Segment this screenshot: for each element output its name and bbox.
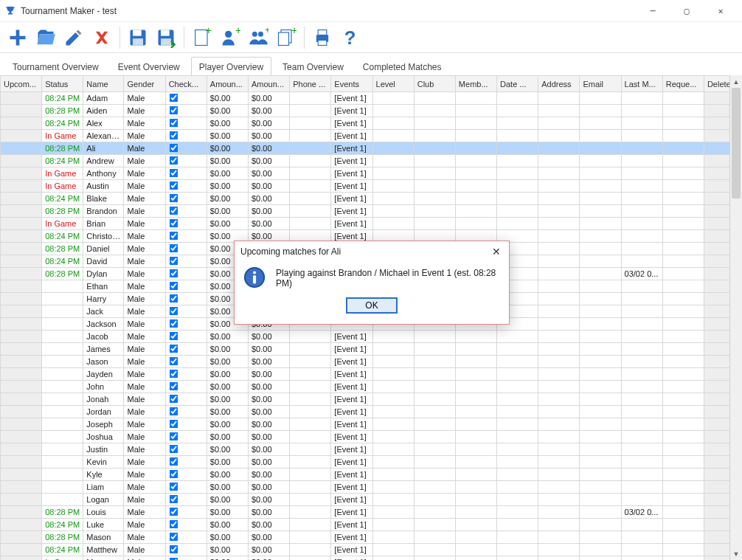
upcoming-cell[interactable] (1, 293, 42, 305)
checked-checkbox[interactable] (169, 331, 178, 340)
upcoming-cell[interactable] (1, 494, 42, 506)
checked-cell[interactable] (165, 218, 207, 230)
edit-button[interactable] (60, 24, 87, 51)
column-header[interactable]: Amoun... (249, 76, 290, 92)
upcoming-cell[interactable] (1, 193, 42, 205)
tab-event-overview[interactable]: Event Overview (110, 57, 188, 77)
column-header[interactable]: Amoun... (207, 76, 248, 92)
upcoming-cell[interactable] (1, 167, 42, 180)
checked-checkbox[interactable] (169, 457, 178, 466)
save-as-button[interactable] (153, 24, 179, 51)
upcoming-cell[interactable] (1, 381, 42, 393)
checked-cell[interactable] (165, 519, 207, 531)
column-header[interactable]: Reque... (662, 76, 704, 92)
table-row[interactable]: In GameAnthonyMale$0.00$0.00[Event 1] (1, 167, 742, 180)
checked-cell[interactable] (165, 205, 207, 218)
upcoming-cell[interactable] (1, 456, 42, 469)
checked-cell[interactable] (165, 280, 207, 293)
checked-cell[interactable] (165, 180, 207, 193)
tab-player-overview[interactable]: Player Overview (191, 57, 271, 77)
upcoming-cell[interactable] (1, 331, 42, 343)
checked-cell[interactable] (165, 531, 207, 544)
table-row[interactable]: 08:24 PMAndrewMale$0.00$0.00[Event 1] (1, 155, 742, 167)
checked-cell[interactable] (165, 255, 207, 268)
table-row[interactable]: JasonMale$0.00$0.00[Event 1] (1, 356, 742, 368)
checked-cell[interactable] (165, 343, 207, 356)
table-row[interactable]: JosephMale$0.00$0.00[Event 1] (1, 418, 742, 431)
table-row[interactable]: JoshuaMale$0.00$0.00[Event 1] (1, 431, 742, 443)
upcoming-cell[interactable] (1, 531, 42, 544)
upcoming-cell[interactable] (1, 368, 42, 381)
minimize-button[interactable]: ─ (636, 0, 670, 22)
table-row[interactable]: 08:28 PMAliMale$0.00$0.00[Event 1] (1, 142, 742, 155)
upcoming-cell[interactable] (1, 356, 42, 368)
upcoming-cell[interactable] (1, 280, 42, 293)
column-header[interactable]: Date ... (497, 76, 538, 92)
checked-cell[interactable] (165, 318, 207, 331)
checked-cell[interactable] (165, 544, 207, 556)
upcoming-cell[interactable] (1, 117, 42, 130)
checked-checkbox[interactable] (169, 369, 178, 378)
checked-checkbox[interactable] (169, 494, 178, 503)
upcoming-cell[interactable] (1, 481, 42, 494)
column-header[interactable]: Check... (165, 76, 207, 92)
upcoming-cell[interactable] (1, 343, 42, 356)
add-player-button[interactable]: + (217, 24, 243, 51)
upcoming-cell[interactable] (1, 305, 42, 318)
checked-checkbox[interactable] (169, 181, 178, 190)
checked-cell[interactable] (165, 155, 207, 167)
checked-cell[interactable] (165, 167, 207, 180)
column-header[interactable]: Upcom... (1, 76, 42, 92)
table-row[interactable]: 08:24 PMBlakeMale$0.00$0.00[Event 1] (1, 193, 742, 205)
column-header[interactable]: Gender (124, 76, 165, 92)
upcoming-cell[interactable] (1, 218, 42, 230)
table-row[interactable]: JacobMale$0.00$0.00[Event 1] (1, 331, 742, 343)
checked-cell[interactable] (165, 142, 207, 155)
column-header[interactable]: Phone ... (290, 76, 331, 92)
table-row[interactable]: In GameAlexanderMale$0.00$0.00[Event 1] (1, 130, 742, 142)
print-button[interactable] (309, 24, 336, 51)
upcoming-cell[interactable] (1, 205, 42, 218)
checked-checkbox[interactable] (169, 93, 178, 102)
copy-button[interactable]: + (273, 24, 299, 51)
checked-checkbox[interactable] (169, 131, 178, 139)
table-row[interactable]: 08:24 PMMatthewMale$0.00$0.00[Event 1] (1, 544, 742, 556)
checked-cell[interactable] (165, 469, 207, 481)
checked-cell[interactable] (165, 193, 207, 205)
table-row[interactable]: JustinMale$0.00$0.00[Event 1] (1, 443, 742, 456)
column-header[interactable]: Club (414, 76, 455, 92)
ok-button[interactable]: OK (346, 297, 398, 314)
scroll-down-arrow-icon[interactable]: ▼ (730, 547, 742, 560)
checked-cell[interactable] (165, 356, 207, 368)
scroll-thumb[interactable] (732, 88, 741, 198)
checked-cell[interactable] (165, 293, 207, 305)
column-header[interactable]: Name (83, 76, 124, 92)
checked-cell[interactable] (165, 105, 207, 117)
checked-cell[interactable] (165, 406, 207, 418)
upcoming-cell[interactable] (1, 105, 42, 117)
new-event-button[interactable]: + (189, 24, 215, 51)
checked-cell[interactable] (165, 418, 207, 431)
checked-cell[interactable] (165, 92, 207, 105)
upcoming-cell[interactable] (1, 180, 42, 193)
checked-checkbox[interactable] (169, 218, 178, 227)
checked-checkbox[interactable] (169, 193, 178, 202)
checked-checkbox[interactable] (169, 394, 178, 403)
checked-cell[interactable] (165, 243, 207, 255)
checked-checkbox[interactable] (169, 482, 178, 491)
checked-cell[interactable] (165, 230, 207, 243)
checked-cell[interactable] (165, 268, 207, 280)
help-button[interactable]: ? (337, 24, 364, 51)
checked-cell[interactable] (165, 443, 207, 456)
checked-cell[interactable] (165, 506, 207, 519)
upcoming-cell[interactable] (1, 155, 42, 167)
checked-checkbox[interactable] (169, 269, 178, 277)
checked-cell[interactable] (165, 393, 207, 406)
upcoming-cell[interactable] (1, 230, 42, 243)
checked-checkbox[interactable] (169, 118, 178, 127)
checked-cell[interactable] (165, 331, 207, 343)
tab-team-overview[interactable]: Team Overview (274, 57, 352, 77)
checked-checkbox[interactable] (169, 168, 178, 177)
column-header[interactable]: Address (538, 76, 580, 92)
checked-checkbox[interactable] (169, 356, 178, 365)
